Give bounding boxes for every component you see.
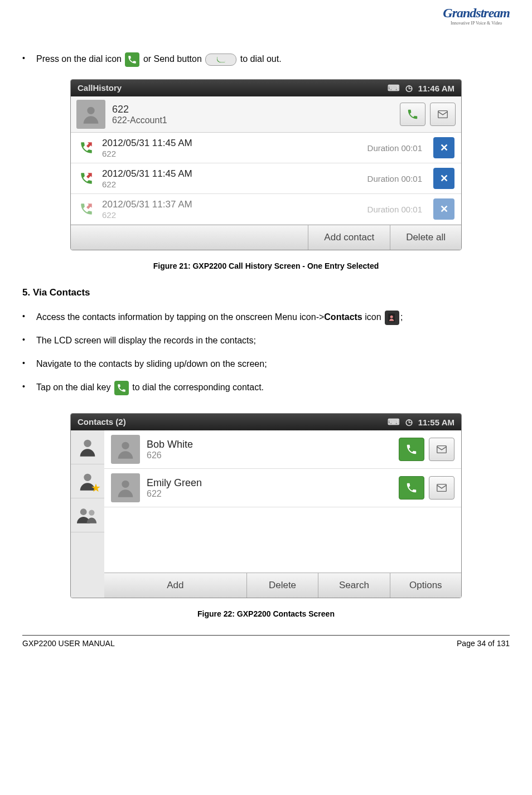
contact-number: 622 (147, 489, 399, 499)
logo-text: Grandstream (443, 6, 510, 21)
outgoing-call-icon (78, 200, 95, 218)
text-fragment: Access the contacts information by tappi… (36, 312, 324, 322)
figure-22-screenshot: Contacts (2) ⌨ ◷ 11:55 AM ★ (70, 413, 462, 598)
call-button[interactable] (399, 476, 424, 500)
footer-page: Page 34 of 131 (457, 639, 510, 648)
contact-name: Bob White (147, 439, 399, 450)
svg-rect-11 (437, 484, 447, 492)
svg-rect-1 (438, 111, 448, 118)
footer-title: GXP2200 USER MANUAL (22, 639, 115, 648)
call-button[interactable] (399, 438, 424, 461)
keyboard-icon: ⌨ (388, 83, 400, 93)
add-contact-button[interactable]: Add contact (308, 225, 390, 250)
svg-point-6 (80, 508, 87, 515)
call-number: 622 (102, 180, 367, 189)
text-fragment: to dial out. (240, 54, 282, 64)
text-fragment: Tap on the dial key (36, 382, 113, 392)
dial-icon (125, 52, 139, 67)
svg-point-8 (122, 442, 129, 449)
call-button[interactable] (400, 103, 425, 126)
tab-favorites[interactable]: ★ (71, 464, 104, 498)
bottom-toolbar: Add Delete Search Options (104, 573, 461, 598)
call-duration: Duration 00:01 (367, 143, 422, 153)
text-fragment: to dial the corresponding contact. (132, 382, 264, 392)
text-fragment: or Send button (143, 54, 204, 64)
text-fragment: ; (400, 312, 403, 322)
clock-icon: ◷ (405, 417, 413, 427)
bullet-tap-dial: Tap on the dial key to dial the correspo… (22, 379, 510, 396)
call-history-row[interactable]: 2012/05/31 11:45 AM 622 Duration 00:01 ✕ (71, 133, 461, 163)
bullet-lcd-display: The LCD screen will display the records … (22, 332, 510, 350)
call-date: 2012/05/31 11:45 AM (102, 168, 367, 180)
avatar-icon (76, 100, 105, 129)
contacts-icon (385, 311, 399, 325)
contact-row[interactable]: Bob White 626 (104, 430, 461, 469)
delete-all-button[interactable]: Delete all (390, 225, 461, 250)
delete-button[interactable]: Delete (246, 573, 318, 598)
delete-entry-button[interactable]: ✕ (433, 137, 454, 158)
message-button[interactable] (430, 103, 456, 126)
tab-groups[interactable] (71, 498, 104, 532)
status-time: 11:55 AM (418, 418, 454, 427)
svg-point-10 (122, 481, 129, 488)
figure-21-screenshot: CallHistory ⌨ ◷ 11:46 AM 622 622-Account… (70, 79, 462, 250)
app-title: Contacts (2) (78, 417, 126, 427)
delete-entry-button[interactable]: ✕ (433, 168, 454, 189)
status-time: 11:46 AM (418, 84, 454, 93)
selected-entry: 622 622-Account1 (71, 96, 461, 133)
call-number: 622 (102, 149, 367, 158)
status-bar: Contacts (2) ⌨ ◷ 11:55 AM (71, 414, 461, 430)
delete-entry-button[interactable]: ✕ (433, 198, 454, 220)
svg-point-0 (87, 107, 94, 114)
add-button[interactable]: Add (104, 573, 246, 598)
bullet-dial-out: Press on the dial icon or Send button to… (22, 50, 510, 68)
status-bar: CallHistory ⌨ ◷ 11:46 AM (71, 80, 461, 96)
contact-row[interactable]: Emily Green 622 (104, 469, 461, 507)
star-icon: ★ (91, 481, 101, 495)
message-button[interactable] (429, 438, 454, 461)
brand-logo: Grandstream Innovative IP Voice & Video (443, 6, 510, 26)
search-button[interactable]: Search (318, 573, 389, 598)
send-button-icon (205, 54, 236, 66)
page-footer: GXP2200 USER MANUAL Page 34 of 131 (22, 635, 510, 648)
text-fragment: Press on the dial icon (36, 54, 124, 64)
outgoing-call-icon (78, 139, 95, 157)
call-date: 2012/05/31 11:37 AM (102, 199, 367, 210)
section-5-heading: 5. Via Contacts (22, 287, 510, 298)
svg-point-3 (390, 316, 393, 318)
figure-21-caption: Figure 21: GXP2200 Call History Screen -… (22, 261, 510, 270)
tab-all-contacts[interactable] (71, 430, 104, 464)
bottom-toolbar: Add contact Delete all (71, 225, 461, 250)
svg-point-4 (84, 440, 91, 447)
svg-rect-9 (437, 446, 447, 453)
message-button[interactable] (429, 476, 454, 500)
svg-point-7 (89, 510, 94, 515)
contact-number: 626 (147, 450, 399, 460)
text-fragment: icon (362, 312, 384, 322)
options-button[interactable]: Options (390, 573, 461, 598)
text-bold: Contacts (324, 312, 362, 322)
clock-icon: ◷ (405, 83, 413, 93)
call-history-row[interactable]: 2012/05/31 11:37 AM 622 Duration 00:01 ✕ (71, 194, 461, 225)
figure-22-caption: Figure 22: GXP2200 Contacts Screen (22, 609, 510, 618)
selected-number: 622 (112, 104, 400, 115)
bullet-navigate: Navigate to the contacts by sliding up/d… (22, 355, 510, 373)
selected-account: 622-Account1 (112, 115, 400, 125)
call-duration: Duration 00:01 (367, 174, 422, 183)
avatar-icon (111, 435, 140, 464)
avatar-icon (111, 473, 140, 502)
logo-tagline: Innovative IP Voice & Video (443, 21, 510, 26)
contact-name: Emily Green (147, 477, 399, 489)
app-title: CallHistory (78, 83, 122, 93)
call-date: 2012/05/31 11:45 AM (102, 138, 367, 149)
keyboard-icon: ⌨ (388, 417, 400, 427)
call-number: 622 (102, 210, 367, 220)
dial-icon (114, 381, 129, 395)
bullet-access-contacts: Access the contacts information by tappi… (22, 308, 510, 326)
svg-point-5 (84, 474, 91, 481)
contacts-side-tabs: ★ (71, 430, 104, 598)
outgoing-call-icon (78, 169, 95, 187)
call-history-row[interactable]: 2012/05/31 11:45 AM 622 Duration 00:01 ✕ (71, 163, 461, 194)
call-duration: Duration 00:01 (367, 205, 422, 214)
